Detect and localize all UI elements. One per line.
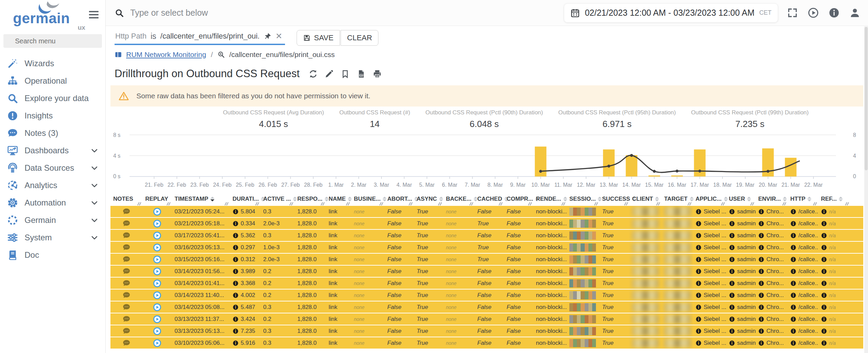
info-dark-icon[interactable] <box>821 256 827 263</box>
info-dark-icon[interactable] <box>695 328 702 334</box>
info-dark-icon[interactable] <box>729 328 735 334</box>
column-resize-handle[interactable] <box>255 202 259 206</box>
column-resize-handle[interactable] <box>813 202 817 206</box>
info-dark-icon[interactable] <box>233 268 239 274</box>
table-row[interactable]: 03/21/2023 05:24...5.8040.31,828.0linkno… <box>110 206 863 217</box>
info-dark-icon[interactable] <box>821 304 827 310</box>
column-resize-handle[interactable] <box>656 202 660 206</box>
info-dark-icon[interactable] <box>695 256 702 263</box>
breadcrumb-parent-link[interactable]: RUM Network Monitoring <box>126 51 206 59</box>
column-header-compr[interactable]: COMPR... <box>504 192 533 206</box>
info-dark-icon[interactable] <box>758 221 764 227</box>
info-dark-icon[interactable] <box>821 232 827 239</box>
replay-icon[interactable] <box>153 219 162 228</box>
info-dark-icon[interactable] <box>695 280 702 286</box>
session-strip-thumbnail[interactable] <box>569 327 596 335</box>
info-dark-icon[interactable] <box>695 316 702 322</box>
column-resize-handle[interactable] <box>224 202 228 206</box>
info-dark-icon[interactable] <box>729 280 735 286</box>
column-resize-handle[interactable] <box>845 202 849 206</box>
session-strip-thumbnail[interactable] <box>569 255 596 264</box>
replay-icon[interactable] <box>153 315 162 324</box>
info-dark-icon[interactable] <box>790 316 796 322</box>
info-dark-icon[interactable] <box>729 292 735 298</box>
info-dark-icon[interactable] <box>695 292 702 298</box>
info-dark-icon[interactable] <box>790 280 796 286</box>
info-dark-icon[interactable] <box>758 292 764 298</box>
info-dark-icon[interactable] <box>758 316 764 322</box>
column-resize-handle[interactable] <box>561 202 565 206</box>
column-header-applic[interactable]: APPLIC... <box>693 192 726 206</box>
column-resize-handle[interactable] <box>721 202 725 206</box>
replay-icon[interactable] <box>153 255 162 264</box>
info-circle-icon[interactable] <box>828 7 840 18</box>
info-dark-icon[interactable] <box>695 209 702 215</box>
replay-icon[interactable] <box>153 327 162 336</box>
info-dark-icon[interactable] <box>695 232 702 239</box>
info-dark-icon[interactable] <box>695 221 702 227</box>
info-dark-icon[interactable] <box>790 244 796 251</box>
replay-icon[interactable] <box>153 243 162 252</box>
sidebar-item-system[interactable]: System <box>0 229 105 246</box>
sidebar-item-notes-3[interactable]: Notes (3) <box>0 124 105 142</box>
sort-carets-icon[interactable] <box>439 197 443 201</box>
column-header-async[interactable]: ASYNC <box>414 192 443 206</box>
table-row[interactable]: 03/10/2023 05:06...5.9160.31,828.0linkno… <box>110 337 863 349</box>
note-comment-icon[interactable] <box>122 219 131 228</box>
info-dark-icon[interactable] <box>695 244 702 251</box>
info-dark-icon[interactable] <box>790 340 796 346</box>
info-dark-icon[interactable] <box>821 244 827 251</box>
timezone-label[interactable]: CET <box>759 9 772 16</box>
session-strip-thumbnail[interactable] <box>569 303 596 311</box>
info-dark-icon[interactable] <box>790 304 796 310</box>
info-dark-icon[interactable] <box>729 316 735 322</box>
sidebar-item-analytics[interactable]: Analytics <box>0 176 105 194</box>
note-comment-icon[interactable] <box>122 255 131 264</box>
fullscreen-icon[interactable] <box>787 7 798 18</box>
column-header-ref[interactable]: REF... <box>818 192 850 206</box>
edit-icon[interactable] <box>325 69 334 79</box>
info-dark-icon[interactable] <box>821 268 827 274</box>
table-row[interactable]: 03/13/2023 11:37...3.4240.21,828.0linkno… <box>110 313 863 325</box>
sort-carets-icon[interactable] <box>747 197 751 201</box>
replay-icon[interactable] <box>153 339 162 348</box>
info-dark-icon[interactable] <box>758 280 764 286</box>
session-strip-thumbnail[interactable] <box>569 315 596 323</box>
filter-chip[interactable]: Http Path is /callcenter_enu/files/print… <box>115 31 285 45</box>
close-icon[interactable]: ✕ <box>275 32 282 40</box>
sidebar-item-operational[interactable]: Operational <box>0 72 105 89</box>
info-dark-icon[interactable] <box>695 340 702 346</box>
info-dark-icon[interactable] <box>821 292 827 298</box>
sort-carets-icon[interactable] <box>210 197 214 201</box>
info-dark-icon[interactable] <box>729 268 735 274</box>
info-dark-icon[interactable] <box>790 209 796 215</box>
sort-carets-icon[interactable] <box>807 197 811 201</box>
bookmark-icon[interactable] <box>341 69 350 79</box>
column-header-client[interactable]: CLIENT <box>629 192 661 206</box>
print-icon[interactable] <box>373 69 382 79</box>
column-header-target[interactable]: TARGET <box>661 192 693 206</box>
info-dark-icon[interactable] <box>233 316 239 322</box>
column-header-active[interactable]: ACTIVE ... <box>260 192 295 206</box>
info-dark-icon[interactable] <box>758 268 764 274</box>
sidebar-item-data-sources[interactable]: Data Sources <box>0 159 105 176</box>
table-row[interactable]: 03/14/2023 01:41...3.3680.21,828.0linkno… <box>110 278 863 289</box>
table-row[interactable]: 03/13/2023 05:13...7.2350.31,828.0linkno… <box>110 325 863 337</box>
column-resize-handle[interactable] <box>438 202 442 206</box>
column-header-success[interactable]: SUCCESS <box>599 192 629 206</box>
note-comment-icon[interactable] <box>122 207 131 216</box>
session-strip-thumbnail[interactable] <box>569 243 596 252</box>
column-header-abort[interactable]: ABORT... <box>385 192 414 206</box>
session-strip-thumbnail[interactable] <box>569 267 596 276</box>
note-comment-icon[interactable] <box>122 231 131 240</box>
save-button[interactable]: SAVE <box>297 30 340 46</box>
column-header-busine[interactable]: BUSINE... <box>351 192 385 206</box>
date-range-picker[interactable]: 02/21/2023 12:00 AM - 03/23/2023 12:00 A… <box>564 3 778 23</box>
menu-search-input[interactable] <box>3 34 102 48</box>
info-dark-icon[interactable] <box>233 292 239 298</box>
info-dark-icon[interactable] <box>790 232 796 239</box>
session-strip-thumbnail[interactable] <box>569 279 596 287</box>
note-comment-icon[interactable] <box>122 279 131 288</box>
session-strip-thumbnail[interactable] <box>569 339 596 347</box>
column-resize-handle[interactable] <box>498 202 503 206</box>
